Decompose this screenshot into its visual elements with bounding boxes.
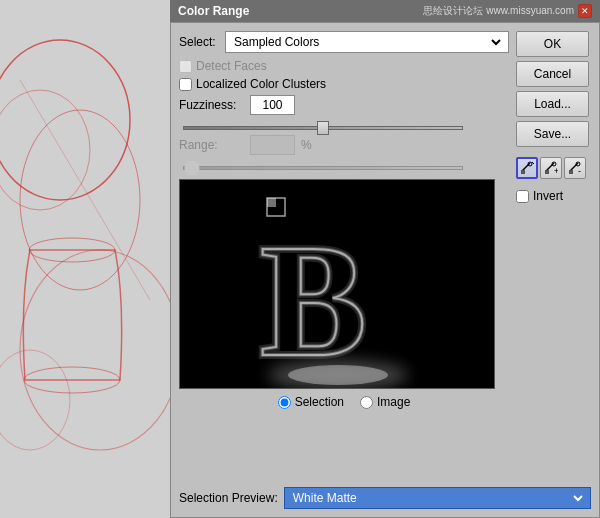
invert-row: Invert bbox=[516, 189, 591, 203]
svg-line-20 bbox=[546, 163, 554, 171]
selection-radio-label: Selection bbox=[295, 395, 344, 409]
canvas-background bbox=[0, 0, 170, 518]
svg-point-5 bbox=[0, 350, 70, 450]
eyedropper-button-1[interactable] bbox=[516, 157, 538, 179]
svg-point-1 bbox=[20, 110, 140, 290]
watermark-text: 思绘设计论坛 www.missyuan.com bbox=[423, 4, 574, 18]
svg-rect-17 bbox=[521, 170, 525, 174]
selection-radio-option[interactable]: Selection bbox=[278, 395, 344, 409]
image-radio[interactable] bbox=[360, 396, 373, 409]
eyedropper-button-2[interactable]: + bbox=[540, 157, 562, 179]
detect-faces-checkbox[interactable] bbox=[179, 60, 192, 73]
title-right: 思绘设计论坛 www.missyuan.com ✕ bbox=[423, 4, 592, 18]
svg-point-4 bbox=[20, 250, 170, 450]
select-row: Select: Sampled ColorsRedsYellowsGreensC… bbox=[179, 31, 509, 53]
detect-faces-label: Detect Faces bbox=[196, 59, 267, 73]
load-button[interactable]: Load... bbox=[516, 91, 589, 117]
save-button[interactable]: Save... bbox=[516, 121, 589, 147]
range-input bbox=[250, 135, 295, 155]
selection-preview-dropdown-container[interactable]: NoneGrayscaleBlack MatteWhite MatteQuick… bbox=[284, 487, 591, 509]
range-row: Range: % bbox=[179, 135, 509, 155]
fuzziness-slider[interactable] bbox=[183, 126, 463, 130]
svg-point-13 bbox=[288, 365, 388, 385]
svg-point-2 bbox=[0, 90, 90, 210]
image-radio-label: Image bbox=[377, 395, 410, 409]
image-radio-option[interactable]: Image bbox=[360, 395, 410, 409]
svg-line-16 bbox=[522, 163, 530, 171]
selection-radio[interactable] bbox=[278, 396, 291, 409]
fuzziness-label: Fuzziness: bbox=[179, 98, 244, 112]
fuzziness-row: Fuzziness: bbox=[179, 95, 509, 115]
selection-preview-label: Selection Preview: bbox=[179, 491, 278, 505]
dialog-main-content: Select: Sampled ColorsRedsYellowsGreensC… bbox=[179, 31, 509, 417]
fuzziness-slider-container bbox=[179, 119, 509, 133]
svg-rect-21 bbox=[545, 170, 549, 174]
localized-row: Localized Color Clusters bbox=[179, 77, 509, 91]
selection-preview-row: Selection Preview: NoneGrayscaleBlack Ma… bbox=[179, 487, 591, 509]
preview-svg: B B B bbox=[180, 180, 495, 389]
select-label: Select: bbox=[179, 35, 219, 49]
svg-point-0 bbox=[0, 40, 130, 200]
fuzziness-input[interactable] bbox=[250, 95, 295, 115]
eyedropper-button-3[interactable]: - bbox=[564, 157, 586, 179]
invert-checkbox[interactable] bbox=[516, 190, 529, 203]
select-dropdown-container[interactable]: Sampled ColorsRedsYellowsGreensCyansBlue… bbox=[225, 31, 509, 53]
range-slider bbox=[183, 166, 463, 170]
localized-label: Localized Color Clusters bbox=[196, 77, 326, 91]
invert-label: Invert bbox=[533, 189, 563, 203]
range-label: Range: bbox=[179, 138, 244, 152]
svg-line-24 bbox=[570, 163, 578, 171]
close-button[interactable]: ✕ bbox=[578, 4, 592, 18]
svg-text:+: + bbox=[554, 166, 558, 175]
title-bar: Color Range 思绘设计论坛 www.missyuan.com ✕ bbox=[170, 0, 600, 22]
selection-preview-dropdown[interactable]: NoneGrayscaleBlack MatteWhite MatteQuick… bbox=[289, 488, 586, 508]
select-dropdown[interactable]: Sampled ColorsRedsYellowsGreensCyansBlue… bbox=[230, 32, 504, 52]
canvas-sketch bbox=[0, 0, 170, 518]
eyedropper-icon-2: + bbox=[544, 161, 558, 175]
svg-text:-: - bbox=[578, 166, 581, 175]
svg-rect-25 bbox=[569, 170, 573, 174]
range-pct: % bbox=[301, 138, 312, 152]
preview-image: B B B bbox=[179, 179, 495, 389]
detect-faces-row: Detect Faces bbox=[179, 59, 509, 73]
eyedropper-icon-3: - bbox=[568, 161, 582, 175]
eyedropper-icon-1 bbox=[520, 161, 534, 175]
eyedropper-buttons: + - bbox=[516, 157, 591, 179]
localized-checkbox[interactable] bbox=[179, 78, 192, 91]
color-range-dialog: Select: Sampled ColorsRedsYellowsGreensC… bbox=[170, 22, 600, 518]
ok-button[interactable]: OK bbox=[516, 31, 589, 57]
dialog-title: Color Range bbox=[178, 4, 249, 18]
right-panel: OK Cancel Load... Save... + bbox=[516, 31, 591, 203]
radio-row: Selection Image bbox=[179, 395, 509, 409]
cancel-button[interactable]: Cancel bbox=[516, 61, 589, 87]
range-slider-container bbox=[179, 159, 509, 173]
svg-rect-15 bbox=[267, 198, 276, 207]
